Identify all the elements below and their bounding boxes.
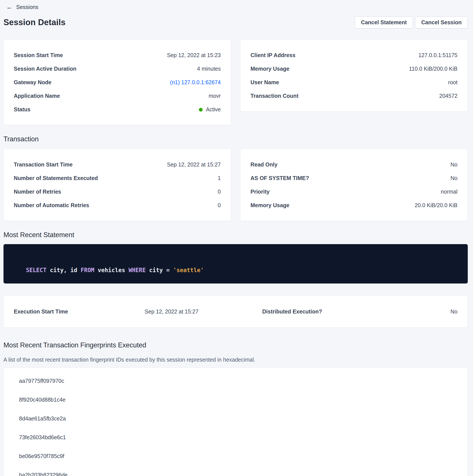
row-value: Sep 12, 2022 at 15:27 (167, 161, 221, 168)
client-info-card: Client IP Address 127.0.0.1:51175 Memory… (240, 39, 468, 112)
fingerprint-row: 8d4ae61a5fb3ce2a (4, 409, 468, 428)
row-label: Number of Automatic Retries (14, 202, 89, 208)
status-active-dot-icon (199, 108, 203, 112)
sql-token: vehicles (94, 267, 129, 273)
row-label: Memory Usage (250, 202, 289, 208)
summary-row: Memory Usage 20.0 KiB/20.0 KiB (250, 198, 457, 212)
summary-row: Number of Automatic Retries 0 (14, 198, 221, 212)
sql-statement: SELECT city, id FROM vehicles WHERE city… (12, 254, 459, 273)
fingerprint-row: ba2b203b823296de (4, 465, 468, 476)
row-value: 127.0.0.1:51175 (418, 52, 457, 58)
distributed-execution-value: No (382, 308, 457, 315)
summary-row: Transaction Start Time Sep 12, 2022 at 1… (14, 158, 221, 171)
summary-row: Client IP Address 127.0.0.1:51175 (250, 48, 457, 62)
session-details-page: ← Sessions Session Details Cancel Statem… (0, 0, 473, 476)
row-label: Number of Retries (14, 188, 61, 195)
row-value: 20.0 KiB/20.0 KiB (415, 202, 457, 208)
row-value: 0 (218, 202, 221, 208)
row-label: Status (14, 106, 30, 113)
summary-row: Read Only No (250, 158, 457, 171)
row-value: normal (441, 188, 457, 195)
sql-code-block: SELECT city, id FROM vehicles WHERE city… (3, 244, 468, 284)
cancel-statement-button[interactable]: Cancel Statement (355, 17, 413, 28)
row-value: 110.0 KiB/200.0 KiB (409, 66, 457, 72)
header-buttons: Cancel Statement Cancel Session (355, 17, 468, 28)
summary-row: Number of Retries 0 (14, 185, 221, 198)
row-label: Session Start Time (14, 52, 63, 58)
row-label: Memory Usage (250, 66, 289, 72)
row-value: Sep 12, 2022 at 15:23 (167, 52, 221, 58)
row-value: No (451, 175, 457, 181)
row-label: Priority (250, 188, 270, 195)
summary-row: Memory Usage 110.0 KiB/200.0 KiB (250, 62, 457, 75)
sql-token: city, id (47, 267, 81, 273)
row-label: Read Only (250, 161, 277, 168)
summary-row: User Name root (250, 75, 457, 89)
row-value: No (451, 161, 457, 168)
row-value: root (448, 79, 457, 85)
row-label: Client IP Address (250, 52, 295, 58)
fingerprint-row: 73fe26034bd6e6c1 (4, 428, 468, 447)
summary-row: Session Start Time Sep 12, 2022 at 15:23 (14, 48, 221, 62)
back-link-sessions[interactable]: Sessions (16, 4, 38, 10)
row-value: Active (199, 106, 221, 113)
fingerprint-id: ba2b203b823296de (19, 472, 67, 476)
row-value: 1 (218, 175, 221, 181)
cancel-session-button[interactable]: Cancel Session (415, 17, 468, 28)
distributed-execution-label: Distributed Execution? (262, 308, 382, 315)
row-value: (n1) 127.0.0.1:62674 (170, 79, 221, 85)
sql-token: FROM (81, 267, 94, 273)
back-arrow-icon[interactable]: ← (6, 4, 13, 10)
transaction-section-heading: Transaction (3, 135, 468, 143)
sql-token: 'seattle' (173, 267, 204, 273)
row-label: Application Name (14, 93, 60, 99)
row-value: 204572 (439, 93, 457, 99)
fingerprint-row: 8f920c40d88b1c4e (4, 390, 468, 409)
row-label: Gateway Node (14, 79, 51, 85)
fingerprint-id: be06e9570f785c9f (19, 453, 64, 459)
session-summary-grid: Session Start Time Sep 12, 2022 at 15:23… (3, 39, 468, 125)
execution-start-time-value: Sep 12, 2022 at 15:27 (145, 308, 262, 315)
summary-row: Number of Statements Executed 1 (14, 171, 221, 185)
row-value: 0 (218, 188, 221, 195)
sql-token: city = (146, 267, 173, 273)
row-label: User Name (250, 79, 279, 85)
fingerprint-row: be06e9570f785c9f (4, 447, 468, 465)
transaction-props-card: Read Only No AS OF SYSTEM TIME? No Prior… (240, 149, 468, 221)
row-label: Transaction Start Time (14, 161, 73, 168)
sql-token: WHERE (129, 267, 146, 273)
page-title: Session Details (3, 18, 65, 27)
row-value: 4 minutes (197, 66, 221, 72)
row-label: Transaction Count (250, 93, 298, 99)
row-value: movr (209, 93, 221, 99)
statement-section-heading: Most Recent Statement (3, 231, 468, 239)
row-label: AS OF SYSTEM TIME? (250, 175, 309, 181)
fingerprint-id: 73fe26034bd6e6c1 (19, 434, 66, 441)
summary-row: Status Active (14, 102, 221, 116)
fingerprint-id: 8d4ae61a5fb3ce2a (19, 415, 66, 422)
execution-start-time-label: Execution Start Time (14, 308, 145, 315)
fingerprint-id: aa79775ff097970c (19, 378, 64, 384)
summary-row: Priority normal (250, 185, 457, 198)
page-header: Session Details Cancel Statement Cancel … (3, 15, 468, 29)
row-label: Session Active Duration (14, 66, 77, 72)
summary-row: Transaction Count 204572 (250, 89, 457, 102)
transaction-grid: Transaction Start Time Sep 12, 2022 at 1… (3, 149, 468, 221)
summary-row: AS OF SYSTEM TIME? No (250, 171, 457, 185)
session-info-card: Session Start Time Sep 12, 2022 at 15:23… (3, 39, 231, 125)
summary-row: Application Name movr (14, 89, 221, 102)
fingerprints-description: A list of the most recent transaction fi… (3, 357, 468, 363)
sql-token: SELECT (26, 267, 47, 273)
summary-row: Session Active Duration 4 minutes (14, 62, 221, 75)
transaction-info-card: Transaction Start Time Sep 12, 2022 at 1… (3, 149, 231, 221)
fingerprint-row: aa79775ff097970c (4, 372, 468, 390)
back-nav[interactable]: ← Sessions (3, 3, 468, 11)
fingerprints-card: aa79775ff097970c 8f920c40d88b1c4e 8d4ae6… (3, 368, 468, 476)
fingerprints-section-heading: Most Recent Transaction Fingerprints Exe… (3, 341, 468, 349)
summary-row: Gateway Node (n1) 127.0.0.1:62674 (14, 75, 221, 89)
row-label: Number of Statements Executed (14, 175, 98, 181)
execution-info-card: Execution Start Time Sep 12, 2022 at 15:… (3, 295, 468, 328)
fingerprint-id: 8f920c40d88b1c4e (19, 397, 65, 403)
